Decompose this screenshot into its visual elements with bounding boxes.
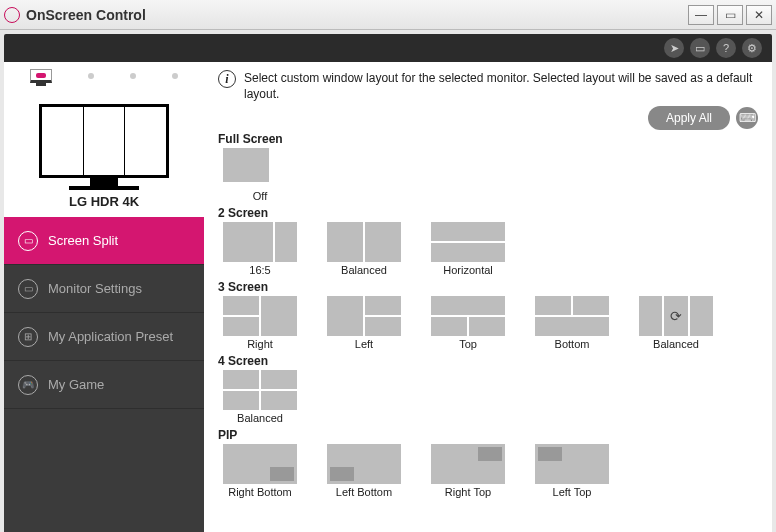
apply-all-button[interactable]: Apply All — [648, 106, 730, 130]
monitor-tab-1[interactable] — [30, 69, 52, 83]
layout-label: 16:5 — [249, 264, 270, 276]
keyboard-icon[interactable]: ⌨ — [736, 107, 758, 129]
monitor-tab-3[interactable] — [130, 73, 136, 79]
nav-app-preset[interactable]: ⊞ My Application Preset — [4, 313, 204, 361]
layout-label: Right Bottom — [228, 486, 292, 498]
layout-3-bottom[interactable]: Bottom — [530, 296, 614, 350]
layout-pip-rt[interactable]: Right Top — [426, 444, 510, 498]
layout-label: Right — [247, 338, 273, 350]
monitor-tab-4[interactable] — [172, 73, 178, 79]
layout-label: Left — [355, 338, 373, 350]
nav-label: My Game — [48, 377, 104, 392]
window-titlebar: OnScreen Control — ▭ ✕ — [0, 0, 776, 30]
help-icon[interactable]: ? — [716, 38, 736, 58]
nav-label: My Application Preset — [48, 329, 173, 344]
app-body: LG HDR 4K ▭ Screen Split ▭ Monitor Setti… — [4, 62, 772, 532]
layout-label: Top — [459, 338, 477, 350]
layout-2-balanced[interactable]: Balanced — [322, 222, 406, 276]
layout-2-165[interactable]: 16:5 — [218, 222, 302, 276]
layout-pip-rb[interactable]: Right Bottom — [218, 444, 302, 498]
info-text: Select custom window layout for the sele… — [244, 70, 758, 102]
settings-icon[interactable]: ⚙ — [742, 38, 762, 58]
app-logo-icon — [4, 7, 20, 23]
section-title-3: 3 Screen — [218, 280, 758, 294]
layout-2-horizontal[interactable]: Horizontal — [426, 222, 510, 276]
layout-3-right[interactable]: Right — [218, 296, 302, 350]
layout-label: Off — [253, 190, 267, 202]
content-area: i Select custom window layout for the se… — [204, 62, 772, 532]
section-title-4: 4 Screen — [218, 354, 758, 368]
display-icon[interactable]: ▭ — [690, 38, 710, 58]
section-title-2: 2 Screen — [218, 206, 758, 220]
nav-monitor-settings[interactable]: ▭ Monitor Settings — [4, 265, 204, 313]
nav-screen-split[interactable]: ▭ Screen Split — [4, 217, 204, 265]
layout-pip-lb[interactable]: Left Bottom — [322, 444, 406, 498]
sidebar: LG HDR 4K ▭ Screen Split ▭ Monitor Setti… — [4, 62, 204, 532]
section-title-full: Full Screen — [218, 132, 758, 146]
layout-3-balanced[interactable]: Balanced — [634, 296, 718, 350]
nav-my-game[interactable]: 🎮 My Game — [4, 361, 204, 409]
layout-label: Horizontal — [443, 264, 493, 276]
monitor-graphic — [39, 104, 169, 178]
maximize-button[interactable]: ▭ — [717, 5, 743, 25]
screen-split-icon: ▭ — [18, 231, 38, 251]
layout-3-left[interactable]: Left — [322, 296, 406, 350]
app-preset-icon: ⊞ — [18, 327, 38, 347]
monitor-settings-icon: ▭ — [18, 279, 38, 299]
layout-label: Left Bottom — [336, 486, 392, 498]
layout-label: Balanced — [237, 412, 283, 424]
game-icon: 🎮 — [18, 375, 38, 395]
layout-label: Balanced — [653, 338, 699, 350]
minimize-button[interactable]: — — [688, 5, 714, 25]
layout-pip-lt[interactable]: Left Top — [530, 444, 614, 498]
monitor-tab-2[interactable] — [88, 73, 94, 79]
app-title: OnScreen Control — [26, 7, 146, 23]
layout-label: Left Top — [553, 486, 592, 498]
monitor-preview: LG HDR 4K — [4, 90, 204, 217]
layout-off[interactable]: Off — [218, 148, 302, 202]
layout-label: Right Top — [445, 486, 491, 498]
layout-label: Balanced — [341, 264, 387, 276]
nav-label: Screen Split — [48, 233, 118, 248]
info-icon: i — [218, 70, 236, 88]
layout-label: Bottom — [555, 338, 590, 350]
close-button[interactable]: ✕ — [746, 5, 772, 25]
section-title-pip: PIP — [218, 428, 758, 442]
info-row: i Select custom window layout for the se… — [218, 70, 758, 102]
layout-4-balanced[interactable]: Balanced — [218, 370, 302, 424]
pointer-icon[interactable]: ➤ — [664, 38, 684, 58]
sidebar-nav: ▭ Screen Split ▭ Monitor Settings ⊞ My A… — [4, 217, 204, 532]
monitor-tabs — [4, 62, 204, 90]
layout-3-top[interactable]: Top — [426, 296, 510, 350]
nav-label: Monitor Settings — [48, 281, 142, 296]
top-toolbar: ➤ ▭ ? ⚙ — [4, 34, 772, 62]
monitor-name: LG HDR 4K — [4, 194, 204, 209]
